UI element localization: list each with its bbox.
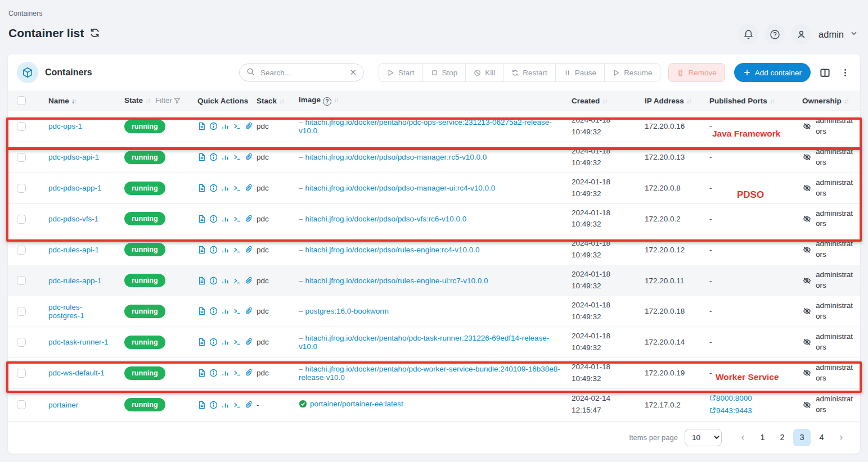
row-checkbox[interactable] [17,153,26,162]
notifications-bell-icon[interactable] [738,24,758,44]
columns-settings-icon[interactable] [818,66,831,79]
logs-icon[interactable] [197,246,206,254]
port-link[interactable]: 9443:9443 [709,406,752,415]
inspect-info-icon[interactable] [209,307,218,315]
row-checkbox[interactable] [17,400,26,409]
stats-icon[interactable] [221,184,230,192]
row-checkbox[interactable] [17,246,26,255]
console-icon[interactable] [233,153,241,161]
inspect-info-icon[interactable] [209,277,218,285]
username-label[interactable]: admin [818,29,844,40]
prev-page-button[interactable]: ‹ [734,429,752,446]
column-header-created[interactable]: Created↓↑ [565,90,638,111]
container-name-link[interactable]: pdc-rules-postgres-1 [48,303,84,320]
refresh-icon[interactable] [89,28,101,39]
console-icon[interactable] [233,122,241,130]
row-checkbox[interactable] [17,122,26,131]
page-button-3-current[interactable]: 3 [793,429,811,446]
restart-button[interactable]: Restart [503,64,556,81]
attach-icon[interactable] [245,184,253,192]
logs-icon[interactable] [197,369,206,377]
help-icon[interactable] [764,24,785,44]
column-header-ip[interactable]: IP Address↓↑ [638,90,703,111]
container-name-link[interactable]: pdc-pdso-vfs-1 [48,215,98,223]
next-page-button[interactable]: › [833,429,850,446]
pause-button[interactable]: Pause [556,64,605,81]
console-icon[interactable] [233,338,241,346]
logs-icon[interactable] [197,215,206,223]
search-input[interactable] [259,68,345,78]
page-button-4[interactable]: 4 [813,429,830,446]
page-button-1[interactable]: 1 [754,429,771,446]
inspect-info-icon[interactable] [209,122,218,130]
user-avatar-icon[interactable] [791,24,811,44]
row-checkbox[interactable] [17,215,26,224]
column-header-image[interactable]: Image?↓↑ [292,90,565,111]
resume-button[interactable]: Resume [605,64,660,81]
attach-icon[interactable] [245,277,253,285]
stats-icon[interactable] [221,338,230,346]
stats-icon[interactable] [221,401,230,409]
stats-icon[interactable] [221,369,230,377]
container-name-link[interactable]: pdc-task-runner-1 [48,338,109,346]
inspect-info-icon[interactable] [209,246,218,254]
inspect-info-icon[interactable] [209,401,218,409]
inspect-info-icon[interactable] [209,215,218,223]
items-per-page-select[interactable]: 10 [685,429,722,446]
stats-icon[interactable] [221,277,230,285]
page-button-2[interactable]: 2 [773,429,791,446]
container-name-link[interactable]: pdc-ops-1 [48,122,82,130]
breadcrumb[interactable]: Containers [8,10,42,17]
logs-icon[interactable] [197,307,206,315]
inspect-info-icon[interactable] [209,153,218,161]
console-icon[interactable] [233,277,241,285]
console-icon[interactable] [233,215,241,223]
logs-icon[interactable] [197,184,206,192]
stats-icon[interactable] [221,246,230,254]
attach-icon[interactable] [245,153,253,161]
attach-icon[interactable] [245,369,253,377]
logs-icon[interactable] [197,122,206,130]
container-name-link[interactable]: pdc-rules-app-1 [48,277,102,285]
column-header-stack[interactable]: Stack↓↑ [250,90,292,111]
column-header-ports[interactable]: Published Ports↓↑ [703,90,795,111]
column-header-ownership[interactable]: Ownership↓↑ [795,90,860,111]
remove-button[interactable]: Remove [668,63,725,82]
kill-button[interactable]: Kill [466,64,503,81]
attach-icon[interactable] [245,246,253,254]
container-name-link[interactable]: pdc-rules-api-1 [48,246,99,254]
attach-icon[interactable] [245,338,253,346]
select-all-checkbox[interactable] [17,96,26,105]
attach-icon[interactable] [245,401,253,409]
row-checkbox[interactable] [17,338,26,347]
container-name-link[interactable]: pdc-pdso-app-1 [48,184,102,192]
logs-icon[interactable] [197,401,206,409]
row-checkbox[interactable] [17,369,26,378]
stats-icon[interactable] [221,307,230,315]
port-link[interactable]: 8000:8000 [709,394,752,402]
container-name-link[interactable]: pdc-ws-default-1 [48,369,105,377]
inspect-info-icon[interactable] [209,338,218,346]
stats-icon[interactable] [221,122,230,130]
console-icon[interactable] [233,401,241,409]
attach-icon[interactable] [245,122,253,130]
console-icon[interactable] [233,246,241,254]
search-clear-icon[interactable]: ✕ [349,67,357,78]
row-checkbox[interactable] [17,276,26,285]
container-name-link[interactable]: pdc-pdso-api-1 [48,153,99,161]
console-icon[interactable] [233,184,241,192]
column-header-state[interactable]: State↓↑Filter [118,90,191,111]
column-header-name[interactable]: Name↓↑ [42,90,118,111]
logs-icon[interactable] [197,153,206,161]
kebab-menu-icon[interactable] [839,67,851,79]
attach-icon[interactable] [245,307,253,315]
stop-button[interactable]: Stop [423,64,466,81]
console-icon[interactable] [233,369,241,377]
stats-icon[interactable] [221,215,230,223]
console-icon[interactable] [233,307,241,315]
row-checkbox[interactable] [17,184,26,193]
logs-icon[interactable] [197,338,206,346]
chevron-down-icon[interactable] [850,29,858,39]
add-container-button[interactable]: Add container [734,63,811,82]
state-filter-button[interactable]: Filter [155,96,181,105]
